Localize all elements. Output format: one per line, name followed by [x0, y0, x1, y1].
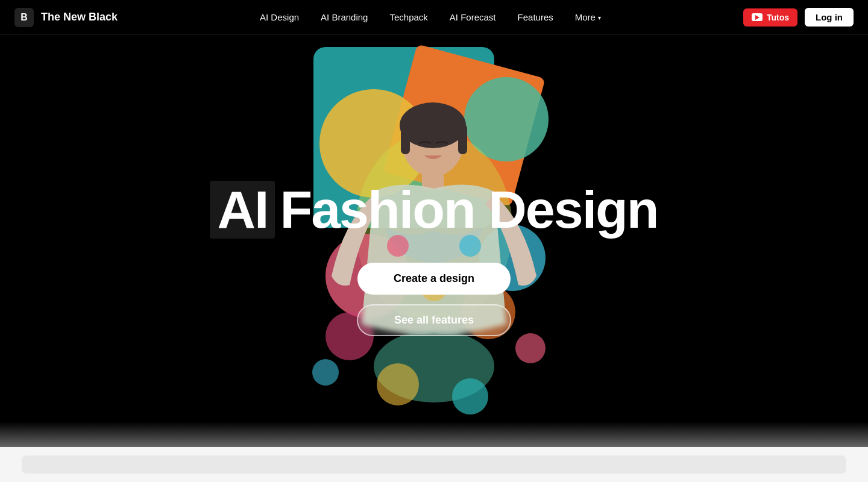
create-design-button[interactable]: Create a design [357, 263, 511, 295]
hero-title: AIFashion Design [210, 181, 658, 239]
nav-actions: Tutos Log in [743, 8, 854, 27]
brand-name: The New Black [41, 11, 118, 23]
see-features-button[interactable]: See all features [357, 304, 511, 336]
tutos-button[interactable]: Tutos [743, 8, 797, 27]
nav-item-features[interactable]: Features [518, 12, 553, 22]
chevron-down-icon: ▾ [598, 14, 601, 21]
nav-item-ai-forecast[interactable]: AI Forecast [450, 12, 496, 22]
bottom-strip [0, 447, 868, 482]
nav-item-ai-design[interactable]: AI Design [260, 12, 299, 22]
hero-content: AIFashion Design Create a design See all… [0, 0, 868, 482]
bottom-strip-content [22, 455, 846, 474]
login-button[interactable]: Log in [805, 8, 854, 27]
tutos-label: Tutos [767, 13, 789, 22]
logo-icon[interactable]: B [14, 8, 34, 27]
nav-item-ai-branding[interactable]: AI Branding [321, 12, 368, 22]
nav-more-label: More [575, 12, 596, 22]
hero-title-rest: Fashion Design [280, 180, 658, 239]
nav-more-dropdown[interactable]: More ▾ [575, 12, 601, 22]
hero-title-ai: AI [210, 181, 275, 239]
youtube-icon [752, 13, 763, 21]
nav-links: AI Design AI Branding Techpack AI Foreca… [260, 12, 601, 22]
navbar: B The New Black AI Design AI Branding Te… [0, 0, 868, 35]
hero-buttons: Create a design See all features [357, 263, 511, 336]
nav-brand: B The New Black [14, 8, 118, 27]
hero-section: AIFashion Design Create a design See all… [0, 0, 868, 482]
nav-item-techpack[interactable]: Techpack [389, 12, 427, 22]
